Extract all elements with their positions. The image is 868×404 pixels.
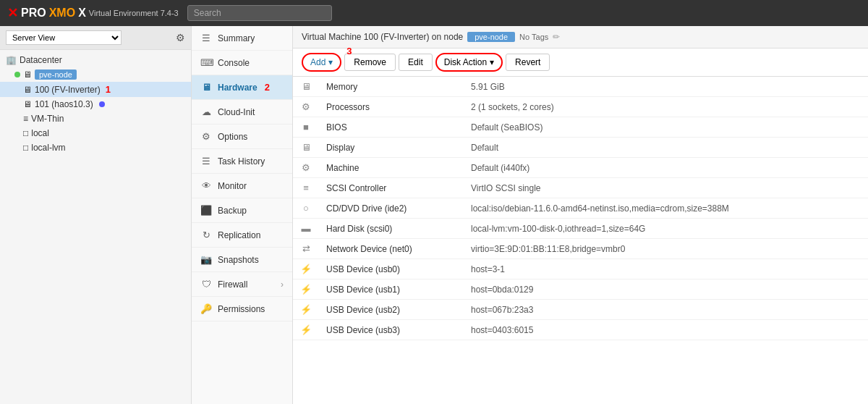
tree-item-vmthin[interactable]: ≡ VM-Thin	[0, 111, 191, 126]
row-name: USB Device (usb0)	[319, 259, 464, 279]
tree-item-datacenter[interactable]: 🏢 Datacenter	[0, 53, 191, 67]
revert-button[interactable]: Revert	[506, 54, 550, 71]
table-row[interactable]: ⚙ Processors 2 (1 sockets, 2 cores)	[293, 97, 868, 117]
vm101-icon: 🖥	[23, 99, 32, 109]
annotation-3: 3	[346, 46, 352, 56]
hardware-icon: 🖥	[200, 82, 212, 93]
row-value: host=067b:23a3	[464, 300, 868, 320]
table-row[interactable]: ■ BIOS Default (SeaBIOS)	[293, 117, 868, 138]
annotation-2: 2	[265, 82, 270, 93]
row-name: Network Device (net0)	[319, 239, 464, 259]
main-layout: Server View ⚙ 🏢 Datacenter 🖥 pve-node 🖥 …	[0, 26, 868, 404]
table-row[interactable]: ⚡ USB Device (usb3) host=0403:6015	[293, 320, 868, 340]
permissions-label: Permissions	[218, 304, 265, 314]
row-name: Processors	[319, 97, 464, 117]
gear-button[interactable]: ⚙	[176, 32, 185, 43]
row-value: Default	[464, 138, 868, 158]
tree-item-node[interactable]: 🖥 pve-node	[0, 67, 191, 82]
permissions-icon: 🔑	[200, 303, 212, 314]
table-row[interactable]: ⚙ Machine Default (i440fx)	[293, 158, 868, 178]
disk-action-button[interactable]: Disk Action ▾	[435, 53, 503, 72]
local-label: local	[31, 128, 49, 138]
tree-item-local[interactable]: □ local	[0, 126, 191, 140]
node-status-dot	[14, 72, 20, 77]
table-row[interactable]: 🖥 Display Default	[293, 138, 868, 158]
row-value: virtio=3E:9D:01:BB:11:E8,bridge=vmbr0	[464, 239, 868, 259]
nav-snapshots[interactable]: 📷 Snapshots	[192, 248, 292, 272]
nav-summary[interactable]: ☰ Summary	[192, 26, 292, 51]
task-history-label: Task History	[218, 156, 265, 167]
table-row[interactable]: ≡ SCSI Controller VirtIO SCSI single	[293, 178, 868, 198]
datacenter-icon: 🏢	[6, 55, 17, 65]
add-button-wrapper: Add ▾ 3	[302, 53, 341, 72]
table-row[interactable]: ⚡ USB Device (usb0) host=3-1	[293, 259, 868, 279]
nav-panel: ☰ Summary ⌨ Console 🖥 Hardware 2 ☁ Cloud…	[192, 26, 293, 404]
console-icon: ⌨	[200, 57, 212, 68]
row-name: Memory	[319, 77, 464, 97]
row-name: Hard Disk (scsi0)	[319, 219, 464, 239]
table-row[interactable]: ⚡ USB Device (usb2) host=067b:23a3	[293, 300, 868, 320]
nav-options[interactable]: ⚙ Options	[192, 125, 292, 149]
node-icon: 🖥	[23, 70, 32, 80]
nav-monitor[interactable]: 👁 Monitor	[192, 174, 292, 198]
firewall-label: Firewall	[218, 279, 247, 290]
content-area: Virtual Machine 100 (FV-Inverter) on nod…	[293, 26, 868, 404]
row-name: BIOS	[319, 117, 464, 138]
summary-label: Summary	[218, 33, 255, 43]
version-label: Virtual Environment 7.4-3	[89, 9, 179, 17]
toolbar: Add ▾ 3 Remove Edit Disk Action ▾ Revert	[293, 49, 868, 77]
nav-permissions[interactable]: 🔑 Permissions	[192, 297, 292, 321]
edit-button[interactable]: Edit	[399, 54, 433, 71]
nav-hardware[interactable]: 🖥 Hardware 2	[192, 75, 292, 100]
row-name: USB Device (usb1)	[319, 279, 464, 300]
row-icon: ≡	[293, 178, 319, 198]
tree-item-vm101[interactable]: 🖥 101 (haos10.3)	[0, 97, 191, 111]
logo-mox: XMO	[49, 7, 75, 20]
nav-console[interactable]: ⌨ Console	[192, 51, 292, 75]
nav-replication[interactable]: ↻ Replication	[192, 223, 292, 248]
row-value: host=0bda:0129	[464, 279, 868, 300]
tree-item-local-lvm[interactable]: □ local-lvm	[0, 140, 191, 155]
cloud-init-label: Cloud-Init	[218, 107, 255, 117]
hardware-table: 🖥 Memory 5.91 GiB ⚙ Processors 2 (1 sock…	[293, 77, 868, 340]
disk-action-label: Disk Action	[444, 57, 487, 67]
table-row[interactable]: ○ CD/DVD Drive (ide2) local:iso/debian-1…	[293, 198, 868, 219]
vm101-status	[99, 101, 105, 107]
table-row[interactable]: ▬ Hard Disk (scsi0) local-lvm:vm-100-dis…	[293, 219, 868, 239]
annotation-1: 1	[106, 84, 111, 95]
row-value: host=3-1	[464, 259, 868, 279]
sidebar-header: Server View ⚙	[0, 26, 191, 50]
topbar: ✕ PROXMOX Virtual Environment 7.4-3	[0, 0, 868, 26]
tree-item-vm100[interactable]: 🖥 100 (FV-Inverter) 1	[0, 82, 191, 97]
server-view-select[interactable]: Server View	[6, 30, 122, 45]
row-icon: ⚙	[293, 97, 319, 117]
nav-cloud-init[interactable]: ☁ Cloud-Init	[192, 100, 292, 125]
row-icon: ⇄	[293, 239, 319, 259]
row-value: Default (i440fx)	[464, 158, 868, 178]
edit-tags-icon[interactable]: ✏	[553, 32, 560, 42]
edit-label: Edit	[408, 57, 423, 67]
datacenter-label: Datacenter	[20, 55, 62, 65]
nav-firewall[interactable]: 🛡 Firewall ›	[192, 272, 292, 297]
row-value: 2 (1 sockets, 2 cores)	[464, 97, 868, 117]
node-label: pve-node	[35, 70, 77, 80]
row-icon: ⚡	[293, 279, 319, 300]
local-lvm-label: local-lvm	[31, 143, 65, 153]
table-row[interactable]: ⇄ Network Device (net0) virtio=3E:9D:01:…	[293, 239, 868, 259]
nav-task-history[interactable]: ☰ Task History	[192, 149, 292, 174]
add-button[interactable]: Add ▾	[302, 53, 341, 72]
row-name: Machine	[319, 158, 464, 178]
replication-icon: ↻	[200, 230, 212, 240]
nav-backup[interactable]: ⬛ Backup	[192, 198, 292, 223]
remove-button[interactable]: Remove	[344, 54, 396, 71]
table-row[interactable]: ⚡ USB Device (usb1) host=0bda:0129	[293, 279, 868, 300]
row-icon: ⚡	[293, 300, 319, 320]
row-icon: ○	[293, 198, 319, 219]
vm-title: Virtual Machine 100 (FV-Inverter) on nod…	[302, 32, 463, 42]
row-value: local-lvm:vm-100-disk-0,iothread=1,size=…	[464, 219, 868, 239]
logo-x: ✕	[7, 5, 18, 21]
table-row[interactable]: 🖥 Memory 5.91 GiB	[293, 77, 868, 97]
search-input[interactable]	[187, 5, 332, 21]
cloud-init-icon: ☁	[200, 106, 212, 117]
row-value: host=0403:6015	[464, 320, 868, 340]
